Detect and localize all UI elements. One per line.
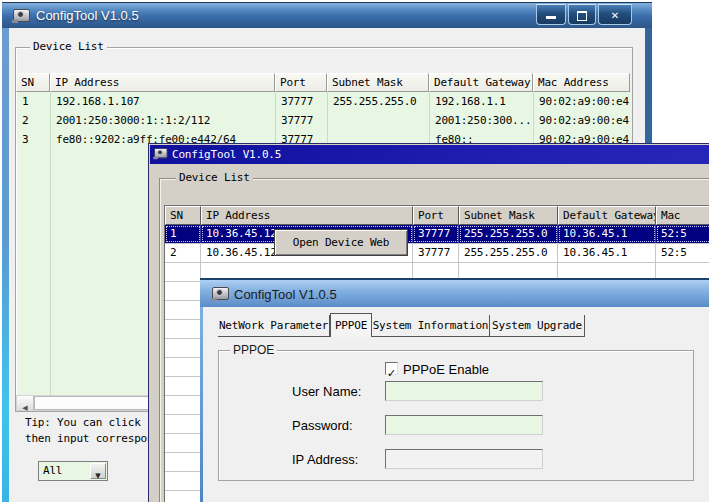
password-label: Password:: [292, 418, 353, 433]
column-header-subnet[interactable]: Subnet Mask: [327, 73, 429, 92]
table-row[interactable]: 2 2001:250:3000:1::1:2/112 37777 2001:25…: [17, 111, 631, 130]
cell-gateway: 10.36.45.1: [558, 225, 656, 243]
password-field[interactable]: [385, 415, 543, 435]
cell-gateway: 10.36.45.1: [558, 244, 656, 262]
pppoe-group-label: PPPOE: [230, 343, 277, 357]
desktop: ConfigTool V1.0.5 ✕ Device List SN IP Ad…: [0, 0, 709, 502]
cell-sn: 2: [17, 111, 51, 130]
filter-dropdown[interactable]: All ▼: [38, 461, 108, 481]
cell-ip: 2001:250:3000:1::1:2/112: [51, 111, 276, 130]
column-header-port[interactable]: Port: [275, 73, 327, 92]
cell-empty: [165, 263, 201, 281]
window1-left-border: [2, 28, 9, 502]
cell-ip: 192.168.1.107: [51, 92, 276, 111]
cell-empty: [165, 472, 201, 490]
column-header-gateway[interactable]: Default Gateway: [558, 206, 656, 225]
device-list-group-label: Device List: [30, 41, 107, 53]
column-header-mac[interactable]: Mac: [656, 206, 709, 225]
filter-dropdown-value: All: [43, 464, 62, 477]
maximize-button[interactable]: [568, 4, 596, 25]
device-table-header: SN IP Address Port Subnet Mask Default G…: [165, 206, 709, 225]
cell-mac: 52:5: [656, 225, 709, 243]
tab-network-parameter[interactable]: NetWork Parameter: [218, 315, 330, 337]
close-icon: ✕: [611, 10, 619, 21]
app-camera-icon: [13, 9, 30, 22]
ip-address-label: IP Address:: [292, 452, 358, 467]
cell-empty: [165, 358, 201, 376]
cell-subnet: 255.255.255.0: [459, 225, 558, 243]
tab-system-upgrade[interactable]: System Upgrade: [490, 315, 585, 337]
close-button[interactable]: ✕: [598, 4, 632, 25]
window2-titlebar[interactable]: ConfigTool V1.0.5: [150, 145, 709, 164]
cell-subnet: 255.255.255.0: [328, 92, 430, 111]
window3-left-border: [200, 307, 203, 502]
cell-empty: [165, 320, 201, 338]
minimize-button[interactable]: [536, 4, 566, 25]
column-header-gateway[interactable]: Default Gateway: [429, 73, 533, 92]
cell-empty: [165, 301, 201, 319]
pppoe-enable-label: PPPoE Enable: [403, 362, 489, 377]
cell-port: 37777: [413, 225, 459, 243]
cell-sn: 2: [165, 244, 201, 262]
cell-empty: [165, 453, 201, 471]
dropdown-arrow-button[interactable]: ▼: [90, 463, 106, 479]
cell-subnet: [328, 111, 430, 130]
cell-subnet: 255.255.255.0: [459, 244, 558, 262]
cell-gateway: 192.168.1.1: [430, 92, 534, 111]
username-field[interactable]: [385, 381, 543, 401]
menu-item-open-device-web[interactable]: Open Device Web: [275, 230, 407, 255]
chevron-down-icon: ▼: [95, 472, 100, 480]
device-list-group-label: Device List: [176, 171, 253, 184]
app-camera-icon: [154, 148, 171, 161]
column-header-ip[interactable]: IP Address: [50, 73, 275, 92]
window2-title: ConfigTool V1.0.5: [172, 148, 281, 161]
column-header-port[interactable]: Port: [413, 206, 459, 225]
cell-empty: [165, 491, 201, 502]
cell-port: 37777: [276, 111, 328, 130]
ip-address-field[interactable]: [385, 449, 543, 469]
tab-system-information[interactable]: System Information: [372, 315, 490, 337]
cell-sn: 1: [165, 225, 201, 243]
username-label: User Name:: [292, 384, 361, 399]
cell-empty: [165, 396, 201, 414]
device-table-header: SN IP Address Port Subnet Mask Default G…: [16, 73, 630, 92]
table-row[interactable]: 2 10.36.45.12 37777 255.255.255.0 10.36.…: [165, 244, 709, 263]
window3-titlebar[interactable]: ConfigTool V1.0.5: [200, 278, 709, 307]
column-header-ip[interactable]: IP Address: [201, 206, 413, 225]
cell-empty: [165, 415, 201, 433]
grid-line: [50, 92, 51, 395]
cell-sn: 3: [17, 130, 51, 149]
cell-sn: 1: [17, 92, 51, 111]
scroll-left-arrow-icon[interactable]: ◀: [17, 396, 34, 410]
pppoe-enable-checkbox[interactable]: ✓: [385, 362, 398, 375]
cell-mac: 90:02:a9:00:e4: [534, 92, 631, 111]
cell-port: 37777: [413, 244, 459, 262]
column-header-sn[interactable]: SN: [16, 73, 50, 92]
window1-titlebar[interactable]: ConfigTool V1.0.5 ✕: [2, 2, 652, 28]
cell-empty: [165, 434, 201, 452]
cell-empty: [165, 282, 201, 300]
window1-title: ConfigTool V1.0.5: [36, 8, 139, 23]
app-camera-icon: [212, 287, 229, 300]
cell-mac: 90:02:a9:00:e4: [534, 111, 631, 130]
column-header-mac[interactable]: Mac Address: [533, 73, 630, 92]
column-header-sn[interactable]: SN: [165, 206, 201, 225]
context-menu: Open Device Web: [274, 229, 408, 256]
table-row[interactable]: 1 192.168.1.107 37777 255.255.255.0 192.…: [17, 92, 631, 111]
cell-empty: [165, 339, 201, 357]
checkmark-icon: ✓: [387, 367, 396, 380]
tab-pppoe[interactable]: PPPOE: [330, 313, 372, 337]
column-header-subnet[interactable]: Subnet Mask: [459, 206, 558, 225]
cell-empty: [165, 377, 201, 395]
window-configtool-pppoe: ConfigTool V1.0.5 NetWork Parameter PPPO…: [200, 278, 709, 502]
cell-mac: 52:5: [656, 244, 709, 262]
table-row-selected[interactable]: 1 10.36.45.12 37777 255.255.255.0 10.36.…: [165, 225, 709, 244]
window3-title: ConfigTool V1.0.5: [234, 287, 337, 302]
cell-port: 37777: [276, 92, 328, 111]
cell-gateway: 2001:250:300...: [430, 111, 534, 130]
